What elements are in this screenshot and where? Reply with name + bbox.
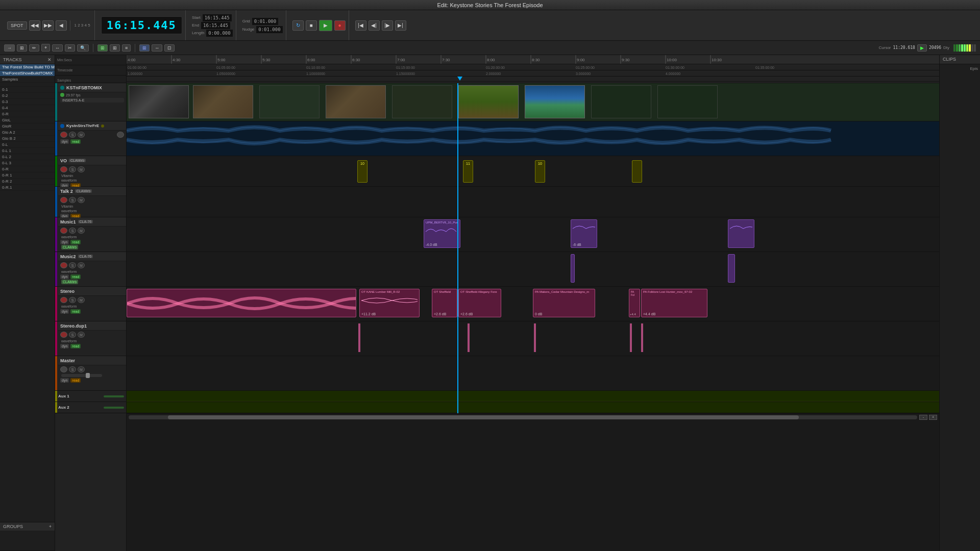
tracks-close[interactable]: ✕ (47, 57, 52, 62)
sec-btn-11[interactable]: ⊡ (164, 44, 175, 52)
sec-btn-grid[interactable]: ⊞ (17, 44, 27, 52)
list-item[interactable]: 0-R 1 (0, 172, 55, 179)
stereo-s[interactable]: S (69, 297, 76, 303)
loop-btn[interactable]: ↻ (292, 20, 304, 31)
vo-clip-3[interactable]: 10 (535, 160, 545, 183)
pa-folklore-clip[interactable]: PA Folklore Lost Hunter_mov_97-02 +4.4 d… (641, 289, 707, 317)
rewind-btn[interactable]: ◀◀ (29, 20, 40, 31)
music1-record[interactable] (60, 228, 67, 234)
sec-btn-3[interactable]: ⌖ (41, 44, 50, 52)
list-item[interactable]: 0-R (0, 166, 55, 172)
list-item[interactable]: TheForestShowBuildTOMIX (0, 70, 55, 77)
skip-to-end[interactable]: ▶| (395, 20, 406, 31)
talk2-btn-s[interactable]: S (69, 197, 76, 203)
sec-btn-4[interactable]: ↔ (52, 44, 63, 52)
mode-label: 1 2 3 4 5 (74, 23, 91, 28)
sec-btn-8[interactable]: ≡ (122, 44, 131, 52)
stereodup1-m[interactable]: M (78, 332, 85, 338)
audio-main-btn2[interactable]: S (69, 132, 76, 138)
list-item[interactable]: 0-L 2 (0, 154, 55, 160)
svg-text:6:30: 6:30 (352, 58, 360, 62)
record-btn[interactable]: ● (334, 20, 346, 31)
list-item[interactable]: 0-L (0, 142, 55, 148)
vo-clip-1[interactable]: 10 (357, 160, 368, 183)
talk2-record[interactable] (60, 197, 67, 203)
music1-clip-3[interactable] (728, 219, 754, 248)
music2-clip-2[interactable] (728, 254, 735, 283)
fast-forward-btn[interactable]: ▶▶ (42, 20, 54, 31)
list-item[interactable]: 0-R.1 (0, 185, 55, 191)
master-btn1[interactable] (60, 366, 67, 372)
vo-clip-4[interactable] (632, 160, 642, 183)
audio-main-record[interactable] (60, 132, 67, 138)
list-item[interactable]: The Forest Show Build TO MIX (0, 64, 55, 70)
sec-btn-zoom[interactable]: 🔍 (77, 44, 89, 52)
h-scrollbar[interactable] (129, 415, 917, 419)
list-item[interactable]: 0-4 (0, 105, 55, 111)
music2-clip-1[interactable] (571, 254, 575, 283)
vo-record[interactable] (60, 166, 67, 172)
stereo-m[interactable]: M (78, 297, 85, 303)
inserts-label[interactable]: INSERTS A-E (60, 98, 124, 103)
master-s[interactable]: S (69, 366, 76, 372)
list-item[interactable]: Glo A 2 (0, 130, 55, 136)
vo-btn-s[interactable]: S (69, 166, 76, 172)
music2-record[interactable] (60, 262, 67, 268)
cursor-play-btn[interactable]: ▶ (917, 44, 927, 52)
list-item[interactable]: 0-R 2 (0, 179, 55, 185)
ot-kane-clip[interactable]: OT KANE Lumber Mill_R-02 +11.2 dB (359, 289, 420, 317)
ot-sheffield2-clip[interactable]: OT Sheffield Allegany Fore +2.6 dB (458, 289, 501, 317)
list-item[interactable]: 0-L 1 (0, 148, 55, 154)
stop-btn[interactable]: ■ (306, 20, 317, 31)
stereodup1-record[interactable] (60, 332, 67, 338)
groups-add[interactable]: + (49, 524, 52, 529)
stereodup1-s[interactable]: S (69, 332, 76, 338)
music1-clip-1[interactable]: UPM_BERTV8_10_Pure -4.0 dB (424, 219, 460, 248)
master-fader-thumb[interactable] (86, 373, 90, 378)
pa-fol-clip[interactable]: PA Fol +4.4 (629, 289, 640, 317)
music2-s[interactable]: S (69, 262, 76, 268)
list-item[interactable]: 0-L 3 (0, 160, 55, 166)
play-btn[interactable]: ▶ (319, 20, 332, 31)
music1-clip-2[interactable]: -6 dB (571, 219, 597, 248)
list-item[interactable]: 0-R (0, 111, 55, 117)
zoom-in-btn[interactable]: + (929, 415, 937, 420)
stereo-main-clip[interactable] (127, 289, 356, 317)
list-item[interactable]: GloL (0, 117, 55, 123)
step-back-btn[interactable]: ◀ (56, 20, 67, 31)
music2-m[interactable]: M (78, 262, 85, 268)
h-scrollbar-thumb[interactable] (168, 415, 799, 419)
spot-btn[interactable]: SPOT (7, 21, 27, 30)
skip-forward[interactable]: |▶ (382, 20, 393, 31)
music1-s[interactable]: S (69, 228, 76, 234)
zoom-out-btn[interactable]: - (919, 415, 927, 420)
sec-btn-6[interactable]: ⊞ (97, 44, 108, 52)
list-item[interactable] (0, 83, 55, 87)
talk2-btn-m[interactable]: M (78, 197, 85, 203)
vo-btn-m[interactable]: M (78, 166, 85, 172)
skip-to-start[interactable]: |◀ (355, 20, 366, 31)
audio-main-btn3[interactable]: M (78, 132, 85, 138)
audio-main-mute[interactable] (117, 132, 124, 138)
sec-btn-10[interactable]: ↔ (152, 44, 162, 52)
sec-btn-7[interactable]: ⊞ (110, 44, 120, 52)
sec-btn-pencil[interactable]: ✏ (29, 44, 39, 52)
timeline[interactable]: 4:00 4:30 5:00 5:30 6:00 6:30 (127, 55, 939, 551)
master-m[interactable]: M (78, 366, 85, 372)
list-item[interactable]: 0-1 (0, 87, 55, 93)
vo-clip-2[interactable]: 11 (463, 160, 473, 183)
music1-m[interactable]: M (78, 228, 85, 234)
music1-read: read (70, 240, 81, 244)
sec-btn-9[interactable]: ⊞ (139, 44, 150, 52)
pa-makers-clip[interactable]: PA Makers_Cedar Mountain Designs_m 0 dB (533, 289, 595, 317)
list-item[interactable]: 0-3 (0, 99, 55, 105)
sec-btn-1[interactable]: → (4, 44, 15, 52)
sec-btn-5[interactable]: ✂ (65, 44, 75, 52)
ot-sheffield1-clip[interactable]: OT Sheffield +2.6 dB (432, 289, 457, 317)
list-item[interactable]: Glo B 2 (0, 136, 55, 142)
list-item[interactable]: GloR (0, 123, 55, 130)
list-item[interactable]: 0-2 (0, 93, 55, 99)
skip-back[interactable]: ◀| (369, 20, 380, 31)
stereo-record[interactable] (60, 297, 67, 303)
list-item[interactable]: Samples (0, 77, 55, 83)
